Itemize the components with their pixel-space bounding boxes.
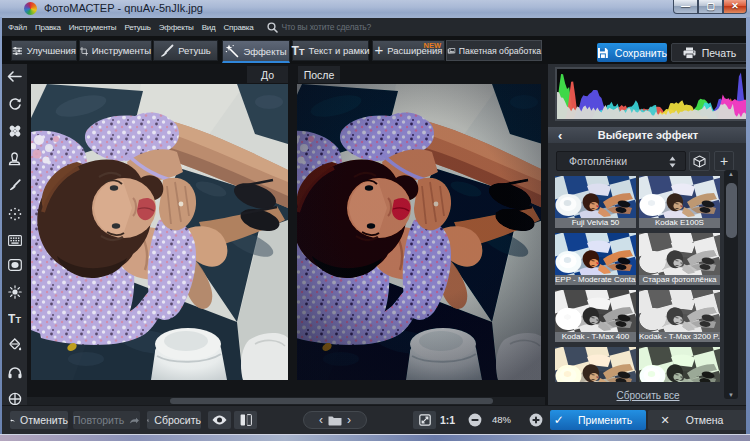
svg-text:T: T	[15, 315, 21, 325]
